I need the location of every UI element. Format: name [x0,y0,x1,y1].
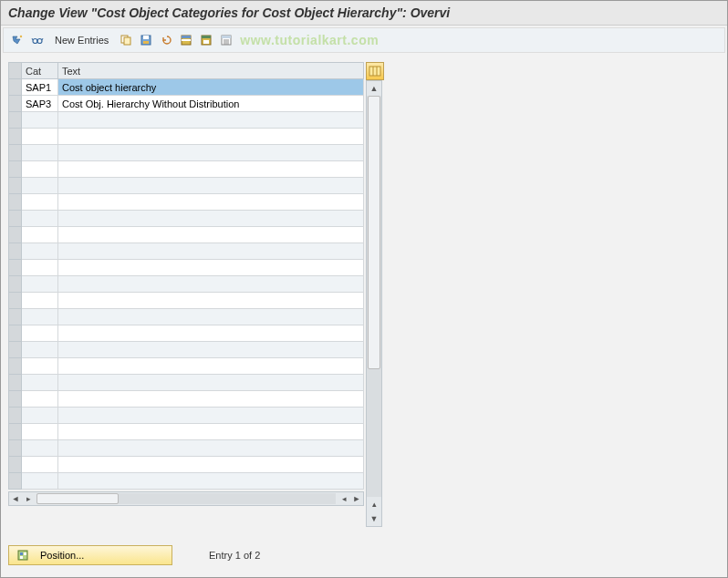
table-row-empty[interactable] [9,227,364,243]
row-handle[interactable] [9,457,22,473]
table-row-empty[interactable] [9,293,364,309]
cell-text[interactable] [58,473,364,490]
cell-text[interactable] [58,408,364,424]
row-handle[interactable] [9,260,22,276]
copy-icon[interactable] [118,32,134,48]
table-row-empty[interactable] [9,178,364,194]
cell-cat[interactable] [22,227,58,243]
cell-text[interactable] [58,342,364,358]
cell-cat[interactable] [22,276,58,293]
scroll-right-icon[interactable]: ◂ [338,494,350,503]
table-row-empty[interactable] [9,342,364,358]
scroll-down-icon[interactable]: ▼ [367,511,381,526]
row-handle[interactable] [9,375,22,391]
table-row-empty[interactable] [9,129,364,145]
cell-text[interactable] [58,440,364,457]
row-handle[interactable] [9,112,22,129]
scroll-last-icon[interactable]: ► [350,494,363,503]
table-row-empty[interactable] [9,194,364,211]
row-handle[interactable] [9,358,22,375]
cell-text[interactable] [58,129,364,145]
scroll-down-small-icon[interactable]: ▴ [367,497,381,511]
table-row-empty[interactable] [9,358,364,375]
display-icon[interactable] [29,32,46,48]
cell-cat[interactable] [22,211,58,227]
cell-text[interactable] [58,112,364,129]
row-handle[interactable] [9,145,22,161]
row-handle[interactable] [9,227,22,243]
save-icon[interactable] [198,32,214,48]
cell-text[interactable] [58,375,364,391]
cell-cat[interactable] [22,424,58,440]
save-variant-icon[interactable] [138,32,154,48]
cell-cat[interactable] [22,178,58,194]
hscroll-thumb[interactable] [36,493,119,504]
table-row-empty[interactable] [9,424,364,440]
row-handle[interactable] [9,96,22,112]
row-handle[interactable] [9,194,22,211]
cell-text[interactable] [58,260,364,276]
vscroll-track[interactable] [367,96,381,497]
row-handle[interactable] [9,408,22,424]
cell-text[interactable] [58,227,364,243]
cell-cat[interactable] [22,129,58,145]
row-handle[interactable] [9,178,22,194]
cell-cat[interactable] [22,161,58,178]
cell-cat[interactable] [22,309,58,325]
cell-text[interactable] [58,391,364,408]
cell-text[interactable] [58,457,364,473]
deselect-icon[interactable] [218,32,234,48]
row-handle[interactable] [9,391,22,408]
table-row-empty[interactable] [9,211,364,227]
cell-text[interactable] [58,178,364,194]
vertical-scrollbar[interactable]: ▲ ▴ ▼ [366,80,382,527]
cell-cat[interactable] [22,391,58,408]
cell-cat[interactable] [22,260,58,276]
table-row-empty[interactable] [9,473,364,490]
row-handle[interactable] [9,342,22,358]
table-row-empty[interactable] [9,408,364,424]
new-entries-button[interactable]: New Entries [49,33,114,47]
table-row-empty[interactable] [9,325,364,342]
row-handle[interactable] [9,276,22,293]
cell-text[interactable] [58,276,364,293]
cell-cat[interactable] [22,194,58,211]
row-handle[interactable] [9,129,22,145]
table-row[interactable]: SAP3Cost Obj. Hierarchy Without Distribu… [9,96,364,112]
cell-cat[interactable] [22,293,58,309]
cell-text[interactable]: Cost object hierarchy [58,79,364,96]
cell-text[interactable] [58,145,364,161]
position-button[interactable]: Position... [8,545,172,565]
row-handle[interactable] [9,473,22,490]
cell-text[interactable]: Cost Obj. Hierarchy Without Distribution [58,96,364,112]
cell-text[interactable] [58,309,364,325]
row-selector-header[interactable] [9,63,22,79]
cell-cat[interactable] [22,112,58,129]
table-row-empty[interactable] [9,457,364,473]
table-row-empty[interactable] [9,161,364,178]
column-header-cat[interactable]: Cat [22,63,58,79]
cell-cat[interactable]: SAP1 [22,79,58,96]
cell-text[interactable] [58,211,364,227]
row-handle[interactable] [9,293,22,309]
cell-text[interactable] [58,424,364,440]
cell-text[interactable] [58,161,364,178]
cell-cat[interactable] [22,342,58,358]
vscroll-thumb[interactable] [368,96,380,369]
cell-cat[interactable] [22,243,58,260]
cell-cat[interactable] [22,457,58,473]
cell-cat[interactable] [22,145,58,161]
row-handle[interactable] [9,424,22,440]
cell-cat[interactable] [22,325,58,342]
table-row-empty[interactable] [9,276,364,293]
table-row-empty[interactable] [9,375,364,391]
cell-cat[interactable] [22,473,58,490]
scroll-first-icon[interactable]: ◄ [9,494,22,503]
toggle-display-icon[interactable] [9,32,26,48]
hscroll-track[interactable] [36,493,336,504]
row-handle[interactable] [9,440,22,457]
cell-cat[interactable]: SAP3 [22,96,58,112]
table-row-empty[interactable] [9,309,364,325]
scroll-left-icon[interactable]: ▸ [22,494,35,503]
table-row[interactable]: SAP1Cost object hierarchy [9,79,364,96]
